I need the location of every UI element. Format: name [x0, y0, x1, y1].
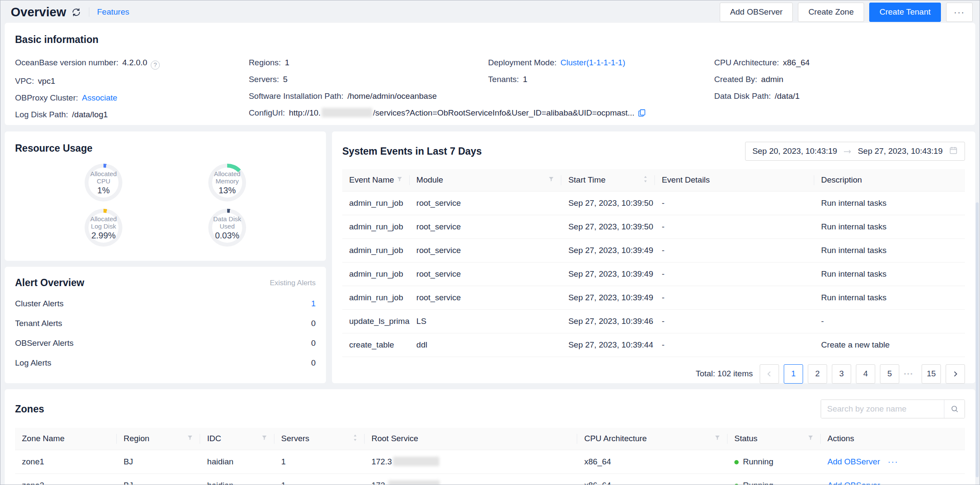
zone-more-actions[interactable]: ··· [888, 481, 898, 485]
help-icon[interactable]: ? [151, 61, 160, 70]
info-label: Software Installation Path: [249, 92, 344, 101]
page-button-1[interactable]: 1 [784, 364, 803, 384]
column-header-start-time[interactable]: Start Time [561, 169, 655, 191]
info-label: Tenants: [488, 75, 519, 84]
page-title: Overview [11, 5, 66, 19]
column-header-idc[interactable]: IDC [200, 428, 274, 450]
prev-page-button[interactable] [760, 364, 779, 384]
zone-status-cell: Running [727, 450, 821, 473]
zone-row-zone2: zone2BJhaidian1172.x86_64RunningAdd OBSe… [15, 473, 965, 485]
filter-icon[interactable] [396, 175, 403, 185]
event-cell: root_service [410, 238, 562, 262]
next-page-button[interactable] [946, 364, 965, 384]
alert-overview-card: Alert Overview Existing Alerts Cluster A… [5, 267, 326, 383]
donut-allocated-memory: Allocated Memory13% [208, 164, 246, 201]
add-observer-link[interactable]: Add OBServer [828, 481, 880, 485]
event-cell: Run internal tasks [814, 191, 965, 215]
info-label: ConfigUrl: [249, 108, 285, 117]
events-pagination: Total: 102 items12345•••15 [342, 364, 965, 384]
donut-value: 0.03% [215, 231, 240, 241]
page-button-5[interactable]: 5 [880, 364, 899, 384]
page-button-15[interactable]: 15 [922, 364, 941, 384]
column-header-region[interactable]: Region [117, 428, 201, 450]
zone-cpu-cell: x86_64 [577, 473, 727, 485]
event-cell: Run internal tasks [814, 215, 965, 238]
zone-idc-cell: haidian [200, 450, 274, 473]
event-cell: Create a new table [814, 333, 965, 357]
filter-icon[interactable] [807, 434, 814, 443]
existing-alerts-label: Existing Alerts [270, 279, 316, 287]
column-header-module[interactable]: Module [410, 169, 562, 191]
running-status-dot [734, 484, 739, 485]
scrollbar-thumb[interactable] [976, 202, 979, 477]
info-label: OBProxy Cluster: [15, 93, 78, 102]
info-field-configurl: ConfigUrl:http://10./services?Action=ObR… [249, 107, 488, 118]
refresh-icon[interactable] [71, 7, 81, 17]
event-cell: Run internal tasks [814, 238, 965, 262]
filter-icon[interactable] [187, 434, 193, 443]
sort-icon[interactable] [353, 433, 358, 445]
event-cell: Sep 27, 2023, 10:39:44 [561, 333, 655, 357]
sort-icon[interactable] [643, 174, 648, 186]
page-button-2[interactable]: 2 [808, 364, 827, 384]
page-button-3[interactable]: 3 [832, 364, 851, 384]
event-row: admin_run_jobroot_serviceSep 27, 2023, 1… [342, 191, 965, 215]
donut-value: 13% [219, 186, 236, 195]
column-header-status[interactable]: Status [727, 428, 821, 450]
filter-icon[interactable] [548, 175, 554, 185]
event-row: create_tableddlSep 27, 2023, 10:39:44-Cr… [342, 333, 965, 357]
event-cell: root_service [410, 286, 562, 309]
alert-value: 0 [311, 358, 316, 368]
date-range-picker[interactable]: Sep 20, 2023, 10:43:19 Sep 27, 2023, 10:… [745, 142, 965, 161]
event-cell: Sep 27, 2023, 10:39:50 [561, 191, 655, 215]
column-label: Servers [281, 434, 309, 443]
event-row: update_ls_primar...LSSep 27, 2023, 10:39… [342, 309, 965, 333]
info-value: 1 [523, 75, 527, 84]
event-cell: - [655, 262, 814, 286]
filter-icon[interactable] [261, 434, 268, 443]
zone-search-input[interactable] [821, 400, 944, 418]
system-events-title: System Events in Last 7 Days [342, 146, 482, 157]
column-label: Description [821, 175, 862, 185]
range-start: Sep 20, 2023, 10:43:19 [752, 146, 837, 156]
features-link[interactable]: Features [97, 7, 129, 17]
zone-search [821, 400, 965, 418]
alert-label: OBServer Alerts [15, 339, 73, 348]
zones-head: Zones [15, 400, 965, 418]
donut-text: Allocated CPU1% [85, 164, 122, 201]
column-header-cpu-architecture[interactable]: CPU Architecture [577, 428, 727, 450]
create-zone-button[interactable]: Create Zone [798, 3, 864, 22]
alert-value: 0 [311, 319, 316, 328]
event-row: admin_run_jobroot_serviceSep 27, 2023, 1… [342, 286, 965, 309]
event-cell: Sep 27, 2023, 10:39:46 [561, 309, 655, 333]
info-value: vpc1 [38, 76, 55, 85]
info-field-servers: Servers:5 [249, 74, 488, 85]
column-header-servers[interactable]: Servers [274, 428, 365, 450]
column-header-event-name[interactable]: Event Name [342, 169, 410, 191]
info-link-cluster-1-1-1-1-1[interactable]: Cluster(1-1-1-1-1) [560, 58, 625, 67]
basic-info-column-2: Regions:1Servers:5Software Installation … [249, 57, 488, 126]
info-label: VPC: [15, 76, 34, 85]
redacted-ip [388, 480, 440, 485]
alert-value[interactable]: 1 [311, 299, 316, 308]
zone-more-actions[interactable]: ··· [888, 457, 898, 466]
page-ellipsis: ••• [904, 371, 917, 377]
header-divider [89, 7, 89, 17]
zone-actions-cell: Add OBServer··· [821, 473, 965, 485]
info-label: Regions: [249, 58, 281, 67]
more-actions-button[interactable]: ··· [946, 3, 973, 22]
info-link-associate[interactable]: Associate [82, 93, 117, 102]
filter-icon[interactable] [714, 434, 721, 443]
zone-idc-cell: haidian [200, 473, 274, 485]
alert-label: Cluster Alerts [15, 299, 64, 308]
event-cell: root_service [410, 191, 562, 215]
page-button-4[interactable]: 4 [856, 364, 875, 384]
search-icon[interactable] [944, 400, 965, 418]
range-end: Sep 27, 2023, 10:43:19 [858, 146, 943, 156]
create-tenant-button[interactable]: Create Tenant [869, 3, 941, 22]
add-observer-link[interactable]: Add OBServer [828, 457, 880, 466]
info-field-deployment-mode: Deployment Mode:Cluster(1-1-1-1-1) [488, 57, 714, 68]
info-value: 4.2.0.0 [122, 58, 147, 67]
add-observer-button[interactable]: Add OBServer [720, 3, 793, 22]
zone-name-cell: zone1 [15, 450, 117, 473]
